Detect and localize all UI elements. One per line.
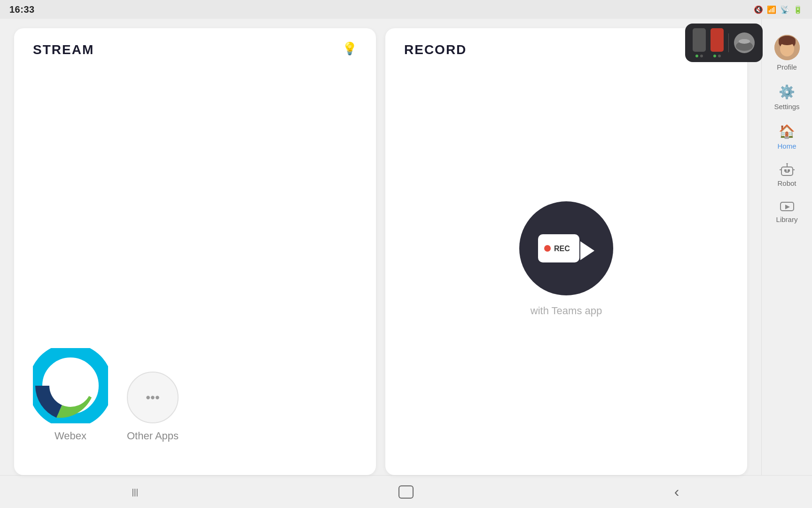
dot-off xyxy=(700,55,703,57)
sidebar-item-library[interactable]: Library xyxy=(762,194,812,230)
stream-title: STREAM xyxy=(33,42,357,57)
sidebar-item-robot[interactable]: Robot xyxy=(762,157,812,194)
rec-icon-circle: REC xyxy=(519,201,613,295)
svg-point-5 xyxy=(49,365,92,407)
back-icon: ‹ xyxy=(674,483,679,500)
bottom-nav-home[interactable] xyxy=(387,480,425,504)
library-icon xyxy=(780,200,795,213)
other-apps-label: Other Apps xyxy=(127,430,179,442)
sidebar-robot-label: Robot xyxy=(777,179,796,187)
svg-rect-15 xyxy=(784,169,787,172)
dot-green xyxy=(695,55,698,57)
signal-icon: 📡 xyxy=(780,5,789,14)
main-area: STREAM 💡 xyxy=(0,19,812,475)
webex-app-item[interactable]: Webex xyxy=(33,348,108,442)
webex-label: Webex xyxy=(55,430,86,442)
svg-point-2 xyxy=(739,39,750,44)
webex-logo xyxy=(33,348,108,423)
ellipsis-icon: ••• xyxy=(146,390,159,405)
device-dots-middle xyxy=(713,55,721,57)
record-card[interactable]: RECORD 💡 REC xyxy=(385,28,747,475)
mute-icon: 🔇 xyxy=(754,5,763,14)
device-dots-left xyxy=(695,55,703,57)
bottom-nav-back[interactable]: ‹ xyxy=(658,480,695,504)
device-bowl-icon xyxy=(734,32,755,54)
device-item-middle xyxy=(710,28,724,57)
sidebar-profile-label: Profile xyxy=(777,63,797,71)
device-item-right xyxy=(734,32,755,54)
sidebar-home-label: Home xyxy=(777,142,796,150)
svg-point-13 xyxy=(779,36,796,45)
status-bar: 16:33 🔇 📶 📡 🔋 xyxy=(0,0,812,19)
cards-row: STREAM 💡 xyxy=(14,28,747,475)
svg-point-8 xyxy=(544,245,551,252)
stream-hint-icon: 💡 xyxy=(342,41,357,56)
device-bar-left xyxy=(693,28,706,52)
device-bar-red xyxy=(710,28,724,52)
status-icons: 🔇 📶 📡 🔋 xyxy=(754,5,803,14)
dot-green2 xyxy=(713,55,716,57)
sidebar-settings-label: Settings xyxy=(774,103,799,111)
svg-rect-16 xyxy=(788,169,790,172)
status-time: 16:33 xyxy=(9,4,35,15)
battery-icon: 🔋 xyxy=(793,5,803,14)
sidebar-item-profile[interactable]: Profile xyxy=(762,28,812,78)
dot-off2 xyxy=(718,55,721,57)
other-apps-button[interactable]: ••• xyxy=(127,372,179,423)
svg-marker-7 xyxy=(580,241,594,260)
home-circle-icon xyxy=(398,485,414,499)
stream-card[interactable]: STREAM 💡 xyxy=(14,28,376,475)
avatar xyxy=(774,35,800,60)
stream-apps: Webex ••• Other Apps xyxy=(33,329,357,461)
bottom-nav: ⫼ ‹ xyxy=(0,475,812,508)
record-content: REC with Teams app xyxy=(404,57,728,461)
sidebar-library-label: Library xyxy=(776,215,798,223)
device-separator xyxy=(728,33,729,52)
record-title: RECORD xyxy=(404,42,728,57)
other-apps-item[interactable]: ••• Other Apps xyxy=(127,372,179,442)
home-icon: 🏠 xyxy=(779,124,795,139)
robot-icon xyxy=(780,163,795,176)
rec-camera-svg: REC xyxy=(533,225,599,272)
device-widget[interactable] xyxy=(685,24,763,62)
svg-text:REC: REC xyxy=(554,245,570,253)
sidebar-item-settings[interactable]: ⚙️ Settings xyxy=(762,78,812,117)
avatar-svg xyxy=(774,35,800,60)
device-item-left xyxy=(693,28,706,57)
svg-rect-14 xyxy=(781,167,793,175)
bottom-nav-menu[interactable]: ⫼ xyxy=(117,480,154,504)
wifi-icon: 📶 xyxy=(767,5,776,14)
content-area: STREAM 💡 xyxy=(0,19,761,475)
sidebar-item-home[interactable]: 🏠 Home xyxy=(762,117,812,157)
svg-rect-17 xyxy=(785,172,789,173)
record-subtitle: with Teams app xyxy=(531,305,602,317)
svg-marker-23 xyxy=(785,205,790,209)
svg-point-19 xyxy=(786,163,788,164)
gear-icon: ⚙️ xyxy=(779,84,795,100)
right-sidebar: Profile ⚙️ Settings 🏠 Home Robot xyxy=(761,19,812,475)
menu-icon: ⫼ xyxy=(130,485,141,499)
